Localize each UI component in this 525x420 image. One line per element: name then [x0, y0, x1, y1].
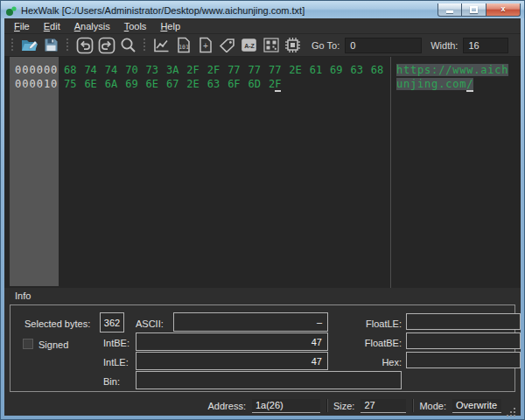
floatbe-field[interactable]	[406, 332, 521, 349]
hex-byte-row[interactable]: 756E6A696E672E636F6D2F	[64, 77, 381, 91]
goto-input[interactable]	[345, 38, 422, 53]
hex-byte[interactable]: 68	[64, 63, 84, 77]
hex-byte[interactable]: 6E	[146, 77, 166, 91]
ascii-field-label: ASCII:	[136, 318, 164, 329]
hex-byte[interactable]: 6F	[228, 77, 248, 91]
menu-tools[interactable]: Tools	[117, 19, 154, 33]
hex-byte[interactable]: 73	[146, 63, 166, 77]
hex-byte[interactable]: 68	[371, 63, 391, 77]
undo-icon	[76, 37, 94, 54]
status-bar: Address: 1a(26) Size: 27 Mode: Overwrite	[4, 396, 521, 416]
open-file-icon	[21, 38, 38, 52]
maximize-button[interactable]	[462, 4, 486, 17]
floatle-field[interactable]	[406, 313, 521, 330]
binary-view-button[interactable]: 101	[173, 36, 193, 54]
maximize-icon	[470, 6, 478, 13]
hex-byte[interactable]: 75	[64, 77, 84, 91]
hex-byte[interactable]: 2E	[289, 63, 309, 77]
intbe-field[interactable]: 47	[136, 332, 328, 351]
resize-grip[interactable]	[514, 408, 515, 410]
address-label: Address:	[208, 401, 246, 411]
redo-button[interactable]	[96, 36, 116, 54]
hex-byte[interactable]: 3A	[166, 63, 186, 77]
menu-edit[interactable]: Edit	[37, 19, 67, 33]
mode-label: Mode:	[419, 401, 446, 411]
ascii-row[interactable]: unjing.com/	[396, 77, 515, 91]
hex-byte[interactable]: 77	[269, 63, 289, 77]
hex-byte[interactable]: 61	[310, 63, 330, 77]
info-panel: Selected bytes: 362 Signed ASCII: – IntB…	[10, 304, 515, 392]
offset-label: 000010	[10, 77, 59, 91]
hex-byte[interactable]: 67	[166, 77, 186, 91]
ascii-field[interactable]: –	[173, 312, 328, 332]
size-value: 27	[360, 399, 406, 413]
hex-byte[interactable]: 69	[125, 77, 145, 91]
hex-byte[interactable]: 70	[125, 63, 145, 77]
strings-button[interactable]: A-Z	[239, 36, 259, 54]
hex-byte[interactable]: 77	[228, 63, 248, 77]
selected-bytes-label: Selected bytes:	[24, 318, 90, 329]
checksum-button[interactable]	[261, 36, 281, 54]
tag-button[interactable]	[217, 36, 237, 54]
hex-byte[interactable]: 2F	[207, 63, 228, 77]
hex-byte[interactable]: 77	[248, 63, 269, 77]
chart-icon	[153, 38, 170, 52]
search-icon	[120, 37, 136, 53]
address-value: 1a(26)	[252, 399, 320, 413]
toolbar-grip[interactable]	[66, 38, 70, 52]
search-button[interactable]	[118, 36, 138, 54]
binary-file-icon: 101	[177, 37, 191, 53]
status-divider	[412, 399, 413, 412]
svg-text:101: 101	[178, 44, 189, 51]
hex-editor[interactable]: 000000000010 68747470733A2F2F7777772E616…	[4, 57, 521, 288]
hex-byte[interactable]: 6D	[248, 77, 269, 91]
hex-byte[interactable]: 6A	[105, 77, 125, 91]
minimize-icon	[446, 10, 453, 13]
tag-icon	[219, 38, 235, 52]
strings-icon: A-Z	[241, 38, 257, 52]
mode-value: Overwrite	[452, 399, 501, 413]
signed-checkbox[interactable]	[23, 339, 33, 349]
menu-bar: FileEditAnalysisToolsHelp	[4, 18, 521, 34]
menu-file[interactable]: File	[7, 19, 37, 33]
hex-byte[interactable]: 74	[105, 63, 125, 77]
toolbar-grip[interactable]	[143, 38, 147, 52]
close-button[interactable]: x	[486, 4, 521, 17]
width-input[interactable]	[463, 38, 508, 53]
selected-bytes-value[interactable]: 362	[100, 312, 124, 332]
hex-byte[interactable]: 63	[350, 63, 370, 77]
hex-byte[interactable]: 69	[330, 63, 350, 77]
offset-label: 000000	[10, 63, 59, 77]
ascii-panel[interactable]: https://www.aichunjing.com/	[396, 57, 515, 91]
menu-analysis[interactable]: Analysis	[67, 19, 117, 33]
hex-byte[interactable]: 2F	[269, 77, 289, 91]
open-file-button[interactable]	[19, 36, 39, 54]
hex-byte[interactable]: 74	[84, 63, 104, 77]
intle-field-label: IntLE:	[103, 357, 129, 368]
bin-field[interactable]	[136, 371, 402, 389]
hex-bytes-panel[interactable]: 68747470733A2F2F7777772E61696368756E6A69…	[64, 57, 381, 91]
hex-byte[interactable]: 2E	[186, 77, 206, 91]
entropy-chart-button[interactable]	[151, 36, 172, 54]
ascii-row[interactable]: https://www.aich	[396, 63, 515, 77]
diff-file-button[interactable]: +	[195, 36, 215, 54]
save-button[interactable]	[41, 36, 61, 54]
save-icon	[44, 38, 59, 52]
svg-text:A-Z: A-Z	[244, 43, 255, 49]
menu-help[interactable]: Help	[153, 19, 187, 33]
hex-byte-row[interactable]: 68747470733A2F2F7777772E61696368	[64, 63, 381, 77]
hex-byte[interactable]: 2F	[186, 63, 206, 77]
redo-icon	[98, 37, 116, 54]
cpu-icon	[284, 37, 301, 53]
svg-text:+: +	[203, 41, 208, 51]
hex-byte[interactable]: 6E	[84, 77, 104, 91]
hex-field[interactable]	[406, 352, 521, 368]
cpu-button[interactable]	[283, 36, 303, 54]
intle-field[interactable]: 47	[136, 352, 328, 370]
minimize-button[interactable]	[438, 4, 462, 17]
undo-button[interactable]	[74, 36, 94, 54]
toolbar-grip[interactable]	[10, 38, 15, 52]
hex-byte[interactable]: 63	[207, 77, 228, 91]
goto-label: Go To:	[312, 40, 340, 51]
app-window: HexWalk [C:/Users/Administrator/Desktop/…	[0, 0, 525, 420]
